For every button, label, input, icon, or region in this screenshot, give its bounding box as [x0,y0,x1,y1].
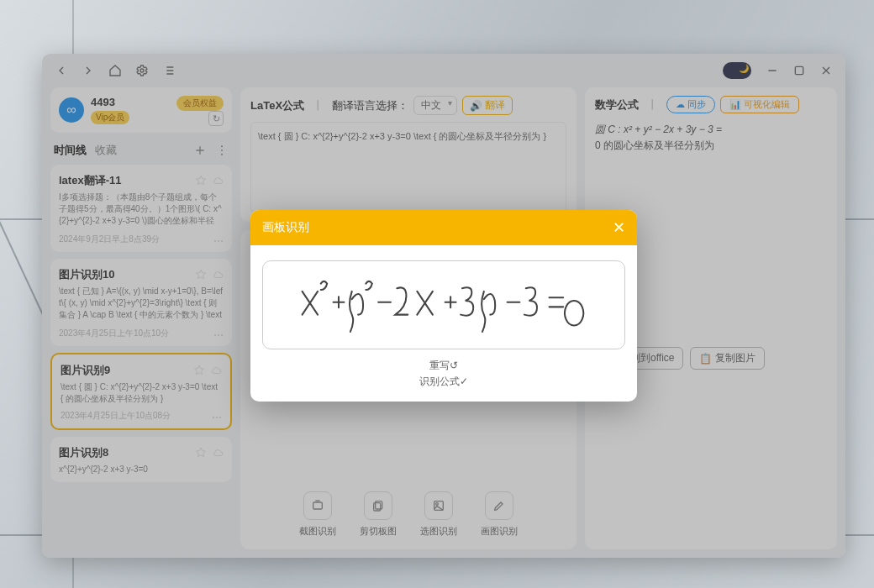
app-window: ∞ 4493 Vip会员 会员权益 ↻ 时间线 收藏 latex翻译-11 [42,54,845,558]
modal-close-icon[interactable]: ✕ [613,218,625,237]
modal-title: 画板识别 [262,220,309,235]
handwriting-canvas[interactable] [262,260,625,349]
modal-overlay: 画板识别 ✕ [42,54,845,558]
rewrite-button[interactable]: 重写↺ [262,358,625,374]
recognize-button[interactable]: 识别公式✓ [262,374,625,390]
draw-recognize-modal: 画板识别 ✕ [250,210,637,402]
